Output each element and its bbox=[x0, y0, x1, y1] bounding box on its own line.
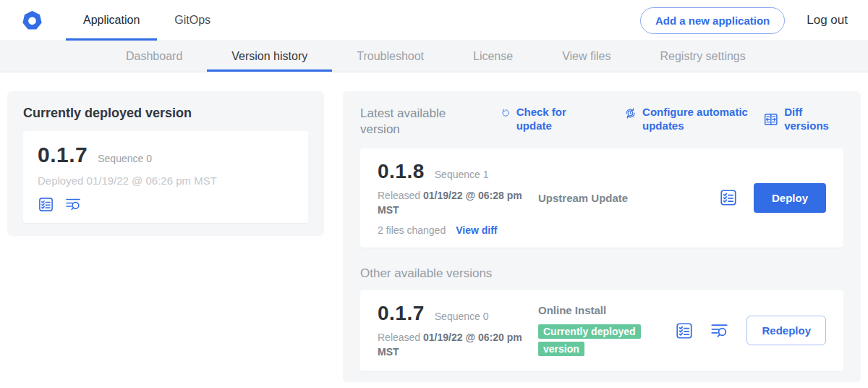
diff-versions-button[interactable]: Diff versions bbox=[763, 106, 843, 133]
latest-released-line: Released 01/19/22 @ 06:28 pm MST bbox=[378, 188, 531, 218]
configure-automatic-updates-label: Configure automatic updates bbox=[642, 106, 763, 133]
available-versions-panel: Latest available version Check for updat… bbox=[343, 91, 861, 382]
other-version-card: 0.1.7 Sequence 0 Released 01/19/22 @ 06:… bbox=[360, 290, 843, 371]
view-diff-link[interactable]: View diff bbox=[456, 224, 497, 236]
logout-link[interactable]: Log out bbox=[807, 13, 848, 28]
redeploy-button[interactable]: Redeploy bbox=[746, 316, 826, 345]
latest-version-card: 0.1.8 Sequence 1 Released 01/19/22 @ 06:… bbox=[360, 148, 843, 248]
other-sequence-label: Sequence 0 bbox=[435, 311, 489, 322]
subnav-tab-license[interactable]: License bbox=[448, 41, 537, 72]
currently-deployed-badge: Currently deployed version bbox=[538, 324, 641, 356]
deploy-logs-icon[interactable] bbox=[710, 321, 729, 340]
preflight-checks-icon[interactable] bbox=[675, 321, 694, 340]
other-actions: Redeploy bbox=[675, 316, 826, 345]
deploy-button[interactable]: Deploy bbox=[754, 183, 826, 213]
clock-refresh-icon bbox=[624, 106, 637, 121]
preflight-checks-icon[interactable] bbox=[719, 188, 738, 207]
top-navigation-bar: Application GitOps Add a new application… bbox=[0, 0, 868, 41]
latest-version-number: 0.1.8 bbox=[378, 160, 425, 183]
subnav-tab-version-history[interactable]: Version history bbox=[207, 41, 332, 72]
currently-deployed-panel: Currently deployed version 0.1.7 Sequenc… bbox=[7, 91, 324, 236]
add-new-application-button[interactable]: Add a new application bbox=[640, 7, 785, 34]
refresh-icon bbox=[501, 106, 511, 120]
main-content: Currently deployed version 0.1.7 Sequenc… bbox=[0, 72, 868, 382]
configure-automatic-updates-button[interactable]: Configure automatic updates bbox=[624, 106, 762, 133]
other-available-versions-heading: Other available versions bbox=[360, 266, 843, 281]
deployed-timestamp: Deployed 01/19/22 @ 06:26 pm MST bbox=[38, 174, 294, 187]
diff-icon bbox=[763, 111, 779, 127]
other-version-info: 0.1.7 Sequence 0 Released 01/19/22 @ 06:… bbox=[378, 302, 531, 360]
deployed-version-card: 0.1.7 Sequence 0 Deployed 01/19/22 @ 06:… bbox=[23, 131, 308, 223]
currently-deployed-title: Currently deployed version bbox=[23, 106, 308, 121]
app-sub-navigation: Dashboard Version history Troubleshoot L… bbox=[0, 41, 868, 72]
files-changed-label: 2 files changed bbox=[378, 224, 446, 236]
subnav-tab-dashboard[interactable]: Dashboard bbox=[101, 41, 207, 72]
subnav-tab-view-files-label: View files bbox=[562, 50, 610, 63]
deployed-sequence-label: Sequence 0 bbox=[98, 153, 152, 164]
subnav-tab-version-history-label: Version history bbox=[231, 50, 307, 63]
available-versions-header: Latest available version Check for updat… bbox=[360, 106, 843, 138]
subnav-tab-troubleshoot-label: Troubleshoot bbox=[357, 50, 424, 63]
tab-application-label: Application bbox=[83, 14, 140, 27]
tab-gitops[interactable]: GitOps bbox=[157, 0, 228, 41]
latest-available-title: Latest available version bbox=[360, 106, 469, 138]
files-changed-row: 2 files changed View diff bbox=[378, 224, 531, 236]
tab-application[interactable]: Application bbox=[66, 0, 157, 41]
diff-versions-label: Diff versions bbox=[784, 106, 843, 133]
released-label: Released bbox=[378, 332, 420, 343]
top-tabs: Application GitOps bbox=[66, 0, 228, 41]
other-source-column: Online Install Currently deployed versio… bbox=[531, 304, 675, 358]
deploy-logs-icon[interactable] bbox=[64, 195, 82, 213]
released-label: Released bbox=[378, 190, 420, 201]
topnav-right-group: Add a new application Log out bbox=[640, 0, 848, 41]
other-released-line: Released 01/19/22 @ 06:20 pm MST bbox=[378, 330, 531, 360]
check-for-update-button[interactable]: Check for update bbox=[501, 106, 576, 133]
subnav-tab-registry-settings[interactable]: Registry settings bbox=[635, 41, 770, 72]
deployed-version-number: 0.1.7 bbox=[38, 143, 88, 167]
latest-version-info: 0.1.8 Sequence 1 Released 01/19/22 @ 06:… bbox=[378, 160, 531, 236]
deployed-version-row: 0.1.7 Sequence 0 bbox=[38, 143, 294, 167]
latest-sequence-label: Sequence 1 bbox=[435, 169, 489, 180]
currently-deployed-badge-wrap: Currently deployed version bbox=[538, 323, 663, 358]
app-logo[interactable] bbox=[20, 0, 44, 41]
latest-actions: Deploy bbox=[719, 183, 826, 213]
subnav-tab-dashboard-label: Dashboard bbox=[126, 50, 182, 63]
preflight-checks-icon[interactable] bbox=[38, 196, 54, 213]
check-for-update-label: Check for update bbox=[516, 106, 577, 133]
latest-source-label: Upstream Update bbox=[538, 192, 719, 204]
deployed-actions-row bbox=[38, 195, 294, 213]
other-version-number: 0.1.7 bbox=[378, 302, 425, 325]
replicated-heptagon-icon bbox=[20, 9, 44, 33]
subnav-tab-view-files[interactable]: View files bbox=[537, 41, 635, 72]
subnav-tab-registry-settings-label: Registry settings bbox=[660, 50, 745, 63]
latest-source-column: Upstream Update bbox=[531, 192, 719, 204]
tab-gitops-label: GitOps bbox=[174, 14, 210, 27]
subnav-tab-license-label: License bbox=[473, 50, 513, 63]
other-source-label: Online Install bbox=[538, 304, 675, 316]
subnav-tab-troubleshoot[interactable]: Troubleshoot bbox=[332, 41, 448, 72]
